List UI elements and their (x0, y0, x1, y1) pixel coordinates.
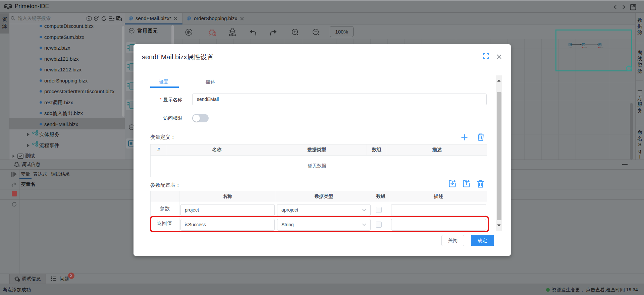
svg-text:BPM: BPM (584, 47, 587, 49)
svg-text:BPM: BPM (600, 47, 603, 49)
svg-text:AI: AI (88, 17, 90, 20)
svg-text:文: 文 (119, 18, 121, 20)
svg-text:1 P1: 1 P1 (569, 47, 572, 49)
